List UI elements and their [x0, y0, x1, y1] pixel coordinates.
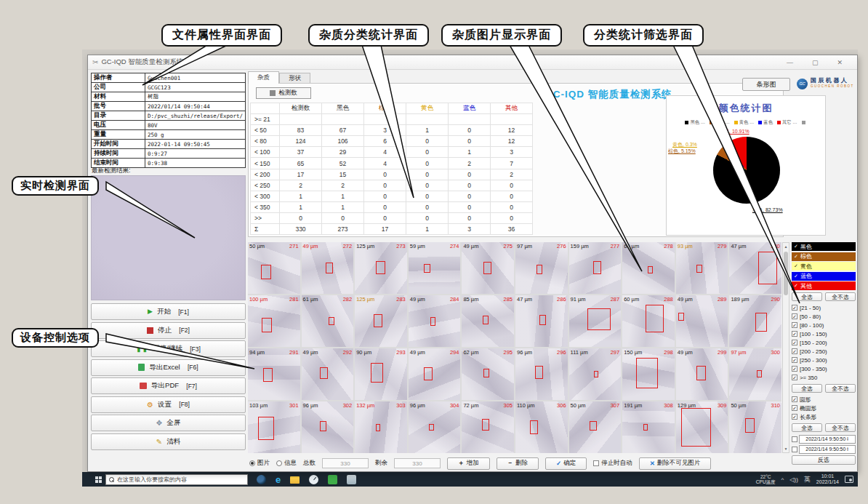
invert-selection-button[interactable]: 反选 — [792, 455, 856, 465]
impurity-tile-301[interactable]: 301103 µm — [248, 401, 300, 453]
impurity-tile-305[interactable]: 30572 µm — [462, 401, 514, 453]
minimize-button[interactable]: — — [787, 59, 793, 66]
language-indicator[interactable]: 英 — [804, 475, 811, 484]
export-pdf-button[interactable]: 导出PDF [F7] — [91, 377, 246, 394]
impurity-tile-274[interactable]: 27459 µm — [409, 242, 461, 294]
confirm-button[interactable]: ✓确定 — [545, 457, 587, 470]
checkbox-icon[interactable]: ✓ — [792, 305, 797, 311]
shape-filter-checkbox[interactable]: ✓圆形 — [792, 395, 856, 404]
scroll-thumb[interactable] — [784, 252, 788, 295]
tab-impurity[interactable]: 杂质 — [248, 71, 279, 84]
impurity-tile-294[interactable]: 29449 µm — [409, 348, 461, 400]
select-all-button[interactable]: 全选 — [792, 384, 822, 393]
select-all-button[interactable]: 全选 — [792, 292, 822, 301]
close-button[interactable]: ✕ — [837, 59, 843, 66]
document-app-icon[interactable] — [347, 475, 356, 484]
pause-resume-button[interactable]: ❚❚暂停/继续 [F3] — [91, 340, 246, 357]
color-filter-棕色[interactable]: ✓棕色 — [792, 252, 856, 261]
impurity-tile-298[interactable]: 298150 µm — [622, 348, 675, 400]
impurity-tile-299[interactable]: 29949 µm — [676, 348, 728, 400]
checkbox-icon[interactable]: ✓ — [794, 244, 798, 249]
impurity-tile-275[interactable]: 27549 µm — [462, 242, 514, 294]
start-button[interactable]: ▶开始 [F1] — [91, 303, 246, 320]
datetime-input[interactable]: 2022/1/14 9:50:50▲▼ — [799, 435, 856, 444]
impurity-tile-296[interactable]: 29696 µm — [515, 348, 568, 400]
bar-chart-button[interactable]: 条形图 — [742, 78, 790, 91]
impurity-tile-292[interactable]: 29249 µm — [302, 348, 354, 400]
radio-info-circle[interactable] — [276, 460, 282, 466]
select-none-button[interactable]: 全不选 — [825, 384, 856, 393]
notification-center-icon[interactable] — [845, 476, 853, 483]
color-filter-黑色[interactable]: ✓黑色 — [792, 242, 856, 251]
checkbox-icon[interactable]: ✓ — [792, 366, 797, 372]
clock-app-icon[interactable] — [309, 475, 318, 484]
delete-invisible-button[interactable]: ✕删除不可见图片 — [639, 457, 712, 470]
impurity-tile-273[interactable]: 273125 µm — [355, 242, 407, 294]
settings-button[interactable]: ⚙设置 [F8] — [91, 396, 246, 413]
impurity-tile-284[interactable]: 28449 µm — [409, 295, 461, 347]
size-filter-checkbox[interactable]: ✓[80 - 100) — [792, 321, 856, 329]
grid-scrollbar[interactable]: ▲ ▼ — [782, 242, 789, 453]
checkbox-icon[interactable]: ✓ — [792, 313, 797, 319]
checkbox-icon[interactable]: ✓ — [792, 396, 797, 402]
auto-on-stop-box[interactable] — [593, 460, 599, 466]
detect-count-button[interactable]: 检测数 — [256, 87, 311, 99]
impurity-tile-302[interactable]: 30296 µm — [302, 401, 354, 453]
taskbar-search-input[interactable]: 在这里输入你要搜索的内容 — [105, 474, 248, 485]
remain-input[interactable]: 330 — [394, 458, 441, 468]
total-input[interactable]: 330 — [322, 458, 369, 468]
impurity-tile-271[interactable]: 27150 µm — [248, 242, 300, 294]
checkbox-icon[interactable] — [792, 436, 797, 442]
export-excel-button[interactable]: 导出Excel [F6] — [91, 359, 246, 376]
size-filter-checkbox[interactable]: ✓[21 - 50) — [792, 303, 856, 312]
spinner-icon[interactable]: ▲▼ — [846, 437, 848, 441]
green-app-icon[interactable] — [328, 475, 337, 484]
color-filter-蓝色[interactable]: ✓蓝色 — [792, 272, 856, 281]
checkbox-icon[interactable] — [792, 447, 797, 452]
auto-on-stop-checkbox[interactable]: 停止时自动 — [593, 459, 632, 468]
size-filter-checkbox[interactable]: ✓[200 - 250) — [792, 347, 856, 356]
checkbox-icon[interactable]: ✓ — [794, 263, 798, 269]
impurity-tile-309[interactable]: 309129 µm — [676, 401, 728, 453]
start-button[interactable] — [91, 472, 105, 487]
checkbox-icon[interactable]: ✓ — [792, 348, 797, 354]
impurity-tile-279[interactable]: 27993 µm — [676, 242, 728, 294]
select-none-button[interactable]: 全不选 — [825, 423, 856, 432]
checkbox-icon[interactable]: ✓ — [792, 322, 797, 328]
checkbox-icon[interactable]: ✓ — [792, 331, 797, 337]
browser-icon[interactable] — [257, 475, 266, 484]
impurity-tile-307[interactable]: 30750 µm — [569, 401, 622, 453]
size-filter-checkbox[interactable]: ✓[300 - 350) — [792, 364, 856, 373]
shape-filter-checkbox[interactable]: ✓椭圆形 — [792, 404, 856, 412]
size-filter-checkbox[interactable]: ✓[150 - 200) — [792, 338, 856, 347]
checkbox-icon[interactable]: ✓ — [792, 405, 797, 411]
color-filter-其他[interactable]: ✓其他 — [792, 281, 856, 290]
tray-expand-icon[interactable]: ^ — [781, 476, 784, 483]
datetime-input[interactable]: 2022/1/14 9:50:50▲▼ — [799, 445, 856, 454]
spinner-icon[interactable]: ▲▼ — [846, 447, 848, 452]
impurity-tile-282[interactable]: 28261 µm — [302, 295, 354, 347]
select-all-button[interactable]: 全选 — [792, 423, 822, 432]
radio-image-circle[interactable] — [249, 460, 255, 466]
size-filter-checkbox[interactable]: ✓[100 - 150) — [792, 329, 856, 338]
impurity-tile-289[interactable]: 28949 µm — [676, 295, 728, 347]
impurity-tile-287[interactable]: 28791 µm — [569, 295, 622, 347]
fullscreen-button[interactable]: ✥全屏 — [91, 415, 246, 431]
volume-icon[interactable]: ◁)) — [789, 476, 797, 483]
impurity-tile-303[interactable]: 303132 µm — [355, 401, 407, 453]
stop-button[interactable]: 停止 [F2] — [91, 322, 246, 339]
edge-icon[interactable]: e — [276, 475, 281, 484]
checkbox-icon[interactable]: ✓ — [794, 283, 798, 289]
impurity-tile-283[interactable]: 283125 µm — [355, 295, 407, 347]
impurity-tile-290[interactable]: 290189 µm — [729, 295, 781, 347]
impurity-tile-272[interactable]: 27249 µm — [302, 242, 354, 294]
impurity-tile-280[interactable]: 28047 µm — [729, 242, 781, 294]
impurity-tile-300[interactable]: 30097 µm — [729, 348, 781, 400]
add-button[interactable]: ＋增加 — [447, 457, 490, 470]
impurity-tile-293[interactable]: 29390 µm — [355, 348, 407, 400]
checkbox-icon[interactable]: ✓ — [792, 340, 797, 345]
checkbox-icon[interactable]: ✓ — [792, 375, 797, 380]
shape-filter-checkbox[interactable]: ✓长条形 — [792, 412, 856, 421]
impurity-tile-297[interactable]: 297111 µm — [569, 348, 622, 400]
impurity-tile-288[interactable]: 28860 µm — [622, 295, 675, 347]
